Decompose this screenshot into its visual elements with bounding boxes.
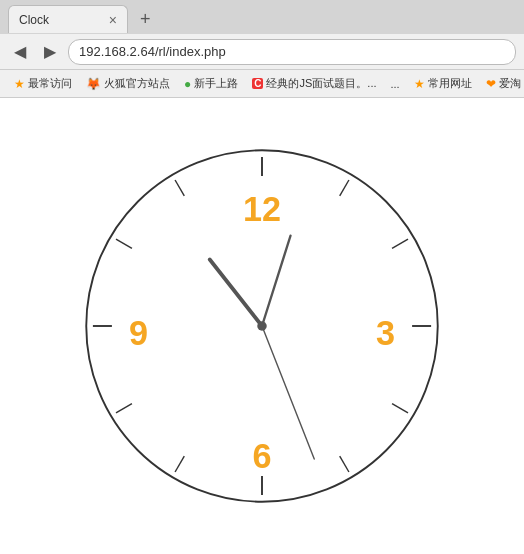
- bookmark-icon: C: [252, 78, 263, 89]
- browser-chrome: Clock × + ◀ ▶ ★ 最常访问 🦊 火狐官方站点 ● 新手上路 C 经…: [0, 0, 524, 98]
- tab-title: Clock: [19, 13, 103, 27]
- bookmark-label: 新手上路: [194, 76, 238, 91]
- clock-svg: 12 3 6 9: [72, 136, 452, 516]
- url-input[interactable]: [68, 39, 516, 65]
- bookmark-label: 爱淘: [499, 76, 521, 91]
- tab-bar: Clock × +: [0, 0, 524, 34]
- tab-close-button[interactable]: ×: [109, 13, 117, 27]
- bookmark-zuichang[interactable]: ★ 最常访问: [8, 74, 78, 93]
- bookmark-icon: ●: [184, 77, 191, 91]
- bookmark-icon: ★: [414, 77, 425, 91]
- bookmark-label: 常用网址: [428, 76, 472, 91]
- bookmark-ellipsis[interactable]: ...: [385, 76, 406, 92]
- bookmark-label: 经典的JS面试题目。...: [266, 76, 376, 91]
- bookmark-xinshoulushang[interactable]: ● 新手上路: [178, 74, 244, 93]
- bookmarks-bar: ★ 最常访问 🦊 火狐官方站点 ● 新手上路 C 经典的JS面试题目。... .…: [0, 70, 524, 98]
- back-button[interactable]: ◀: [8, 40, 32, 64]
- bookmark-icon: ❤: [486, 77, 496, 91]
- clock-container: 12 3 6 9: [72, 136, 452, 516]
- clock-number-6: 6: [252, 437, 271, 475]
- ellipsis-label: ...: [391, 78, 400, 90]
- clock-number-12: 12: [243, 190, 281, 228]
- new-tab-button[interactable]: +: [134, 7, 157, 32]
- clock-number-3: 3: [376, 314, 395, 352]
- bookmark-label: 火狐官方站点: [104, 76, 170, 91]
- clock-number-9: 9: [129, 314, 148, 352]
- bookmark-jingdian[interactable]: C 经典的JS面试题目。...: [246, 74, 382, 93]
- bookmark-icon: 🦊: [86, 77, 101, 91]
- bookmark-aitao[interactable]: ❤ 爱淘: [480, 74, 524, 93]
- bookmark-changyong[interactable]: ★ 常用网址: [408, 74, 478, 93]
- bookmark-icon: ★: [14, 77, 25, 91]
- page-content: 12 3 6 9: [0, 98, 524, 554]
- address-bar: ◀ ▶: [0, 34, 524, 70]
- clock-center-dot: [257, 321, 267, 331]
- active-tab[interactable]: Clock ×: [8, 5, 128, 33]
- bookmark-firefox[interactable]: 🦊 火狐官方站点: [80, 74, 176, 93]
- forward-button[interactable]: ▶: [38, 40, 62, 64]
- bookmark-label: 最常访问: [28, 76, 72, 91]
